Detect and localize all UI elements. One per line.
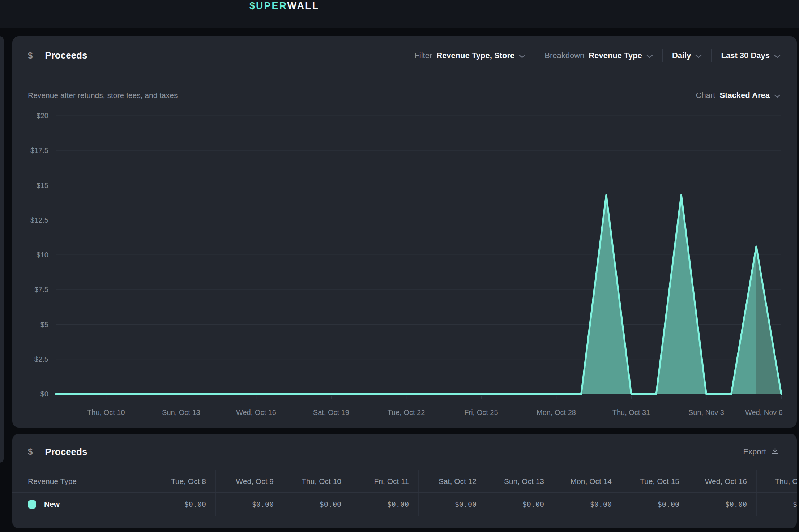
x-axis-tick-label: Sun, Oct 13 bbox=[162, 408, 200, 416]
revenue-value-cell: $0.00 bbox=[283, 493, 351, 516]
chart-type-dropdown[interactable]: Chart Stacked Area bbox=[696, 90, 781, 100]
revenue-value-cell: $0.00 bbox=[215, 493, 283, 516]
chart-type-label: Chart bbox=[696, 91, 715, 100]
granularity-dropdown[interactable]: Daily bbox=[672, 51, 702, 61]
x-axis-tick-label: Wed, Nov 6 bbox=[745, 408, 783, 416]
revenue-table: Revenue TypeTue, Oct 8Wed, Oct 9Thu, Oct… bbox=[12, 470, 797, 516]
chart-subtitle-row: Revenue after refunds, store fees, and t… bbox=[12, 75, 797, 116]
table-title: Proceeds bbox=[45, 446, 87, 458]
y-axis-tick-label: $2.5 bbox=[34, 355, 48, 363]
revenue-value-cell: $0.00 bbox=[756, 493, 797, 516]
revenue-value-cell: $0.00 bbox=[351, 493, 418, 516]
revenue-value-cell: $0.00 bbox=[689, 493, 756, 516]
revenue-value-cell: $0.00 bbox=[418, 493, 486, 516]
column-header-date: Wed, Oct 16 bbox=[689, 470, 756, 492]
column-header-date: Tue, Oct 8 bbox=[148, 470, 215, 492]
adjacent-card-edge bbox=[0, 36, 4, 463]
controls-divider bbox=[662, 49, 663, 62]
table-header-row: Revenue TypeTue, Oct 8Wed, Oct 9Thu, Oct… bbox=[12, 470, 797, 493]
page-title: Proceeds bbox=[45, 50, 87, 61]
revenue-value-cell: $0.00 bbox=[148, 493, 215, 516]
x-axis-tick-label: Sun, Nov 3 bbox=[688, 408, 724, 416]
granularity-value: Daily bbox=[672, 51, 691, 60]
filter-dropdown[interactable]: Filter Revenue Type, Store bbox=[414, 51, 525, 61]
chevron-down-icon bbox=[519, 51, 525, 61]
table-body: New$0.00$0.00$0.00$0.00$0.00$0.00$0.00$0… bbox=[12, 493, 797, 516]
column-header-date: Thu, Oct 17 bbox=[756, 470, 797, 492]
x-axis-tick-label: Tue, Oct 22 bbox=[388, 408, 425, 416]
chart-controls: Filter Revenue Type, Store Breakdown Rev… bbox=[414, 49, 781, 62]
series-line-new bbox=[56, 195, 781, 394]
table-card-header: $ Proceeds Export bbox=[12, 434, 797, 470]
breakdown-label: Breakdown bbox=[544, 51, 584, 60]
y-axis-tick-label: $10 bbox=[37, 251, 48, 259]
column-header-date: Thu, Oct 10 bbox=[283, 470, 351, 492]
controls-divider bbox=[535, 49, 535, 62]
row-label-cell: New bbox=[12, 493, 148, 516]
superwall-logo: $UPERWALL bbox=[249, 0, 319, 11]
revenue-value-cell: $0.00 bbox=[621, 493, 689, 516]
area-series-new bbox=[56, 195, 781, 394]
column-header-date: Mon, Oct 14 bbox=[554, 470, 621, 492]
y-axis-tick-label: $15 bbox=[37, 181, 48, 189]
area-shaded-last-interval bbox=[756, 246, 781, 394]
series-name: New bbox=[44, 500, 60, 509]
chevron-down-icon bbox=[774, 51, 781, 61]
column-header-revenue-type: Revenue Type bbox=[12, 470, 148, 492]
x-axis-tick-label: Thu, Oct 31 bbox=[612, 408, 650, 416]
x-axis-tick-label: Sat, Oct 19 bbox=[313, 408, 349, 416]
column-header-date: Tue, Oct 15 bbox=[621, 470, 689, 492]
column-header-date: Fri, Oct 11 bbox=[351, 470, 418, 492]
chart-subtitle: Revenue after refunds, store fees, and t… bbox=[28, 91, 178, 100]
date-range-dropdown[interactable]: Last 30 Days bbox=[721, 51, 781, 61]
proceeds-chart-card: $ Proceeds Filter Revenue Type, Store Br… bbox=[12, 36, 797, 428]
chevron-down-icon bbox=[646, 51, 653, 61]
column-header-date: Wed, Oct 9 bbox=[215, 470, 283, 492]
x-axis-tick-label: Wed, Oct 16 bbox=[236, 408, 276, 416]
date-range-value: Last 30 Days bbox=[721, 51, 770, 60]
logo-text-primary: $UPER bbox=[249, 0, 287, 11]
y-axis-tick-label: $5 bbox=[40, 321, 48, 329]
download-icon bbox=[771, 447, 779, 457]
logo-text-secondary: WALL bbox=[287, 0, 319, 11]
proceeds-table-card: $ Proceeds Export Revenue TypeTue, Oct 8… bbox=[12, 434, 797, 528]
series-color-swatch bbox=[28, 500, 36, 509]
breakdown-value: Revenue Type bbox=[589, 51, 642, 60]
dollar-icon: $ bbox=[28, 447, 33, 457]
column-header-date: Sat, Oct 12 bbox=[418, 470, 486, 492]
filter-value: Revenue Type, Store bbox=[436, 51, 514, 60]
top-navigation-bar: $UPERWALL bbox=[0, 0, 799, 28]
column-header-date: Sun, Oct 13 bbox=[486, 470, 554, 492]
chevron-down-icon bbox=[774, 91, 781, 100]
controls-divider bbox=[711, 49, 712, 62]
table-row: New$0.00$0.00$0.00$0.00$0.00$0.00$0.00$0… bbox=[12, 493, 797, 516]
y-axis-tick-label: $12.5 bbox=[30, 216, 48, 224]
export-button[interactable]: Export bbox=[743, 447, 779, 457]
export-label: Export bbox=[743, 447, 766, 456]
chart-type-value: Stacked Area bbox=[719, 91, 770, 100]
y-axis-tick-label: $0 bbox=[40, 390, 48, 398]
dollar-icon: $ bbox=[28, 51, 33, 61]
x-axis-tick-label: Thu, Oct 10 bbox=[87, 408, 125, 416]
x-axis-tick-label: Mon, Oct 28 bbox=[537, 408, 576, 416]
filter-label: Filter bbox=[414, 51, 432, 60]
revenue-value-cell: $0.00 bbox=[554, 493, 621, 516]
chevron-down-icon bbox=[695, 51, 702, 61]
breakdown-dropdown[interactable]: Breakdown Revenue Type bbox=[544, 51, 653, 61]
x-axis-tick-label: Fri, Oct 25 bbox=[464, 408, 498, 416]
revenue-value-cell: $0.00 bbox=[486, 493, 554, 516]
proceeds-card-header: $ Proceeds Filter Revenue Type, Store Br… bbox=[12, 36, 797, 75]
y-axis-tick-label: $17.5 bbox=[30, 146, 48, 154]
y-axis-tick-label: $7.5 bbox=[34, 286, 48, 293]
